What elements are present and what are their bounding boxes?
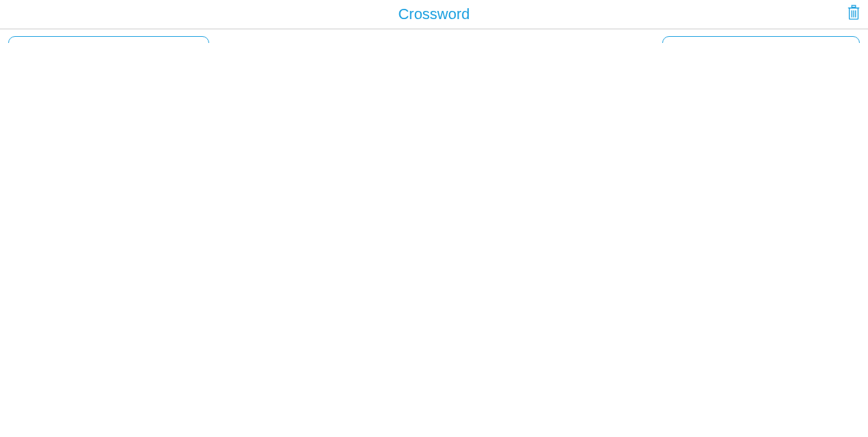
svg-rect-5 [852, 5, 856, 7]
trash-icon[interactable] [846, 4, 861, 22]
page-title: Crossword [398, 5, 469, 22]
header: Crossword [0, 0, 868, 29]
across-clues-box: Across 1. Type or variety of the parts (… [8, 36, 209, 43]
down-clues-box: Down 2. Fraction in lowest or in simples… [662, 36, 860, 43]
content-area: Across 1. Type or variety of the parts (… [0, 29, 868, 43]
